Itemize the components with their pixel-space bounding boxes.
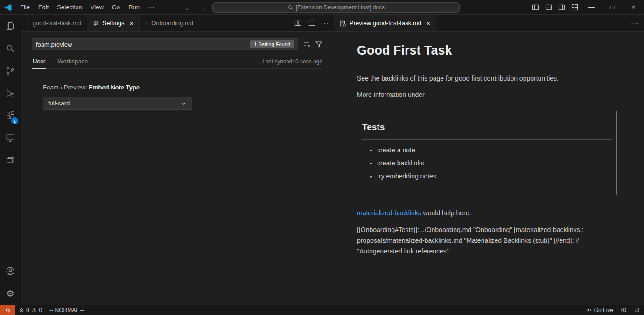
back-arrow-icon[interactable]: ← xyxy=(185,4,192,12)
menu-file[interactable]: File xyxy=(16,0,34,14)
close-tab-icon[interactable]: × xyxy=(427,20,430,27)
markdown-file-icon: ↓ xyxy=(26,20,29,27)
tab-good-first-task[interactable]: ↓ good-first-task.md xyxy=(21,15,87,31)
extensions-badge: 1 xyxy=(11,117,18,124)
link-references-text: [[Onboarding#Tests]]: ../Onboarding.md "… xyxy=(357,225,617,257)
vim-mode-status: -- NORMAL -- xyxy=(46,305,88,315)
forward-arrow-icon[interactable]: → xyxy=(199,4,206,12)
settings-search-value: foam.preview xyxy=(36,41,72,48)
materialized-backlinks-link[interactable]: materialized-backlinks xyxy=(357,209,421,217)
clear-filters-icon[interactable] xyxy=(303,41,310,48)
more-actions-icon[interactable]: ··· xyxy=(631,19,639,27)
menu-run[interactable]: Run xyxy=(124,0,144,14)
toggle-secondary-sidebar-icon[interactable] xyxy=(555,0,568,14)
preview-paragraph: materialized-backlinks would help here. xyxy=(357,208,617,218)
settings-editor: foam.preview 1 Setting Found xyxy=(21,32,334,305)
more-actions-icon[interactable]: ··· xyxy=(321,19,329,27)
chevron-down-icon xyxy=(181,100,187,107)
embedded-note-title: Tests xyxy=(362,113,612,140)
tab-bar-right: Preview good-first-task.md × ··· xyxy=(334,15,644,32)
error-icon: ⊗ xyxy=(19,307,24,314)
settings-sliders-icon xyxy=(93,20,99,27)
list-item: try embedding notes xyxy=(377,171,612,181)
markdown-preview-icon xyxy=(340,20,346,27)
history-nav: ← → xyxy=(185,0,206,15)
search-sidebar-icon[interactable] xyxy=(0,37,21,60)
tab-label: Onboarding.md xyxy=(151,20,193,27)
last-synced-label: Last synced: 0 secs ago xyxy=(262,58,322,68)
link-suffix-text: would help here. xyxy=(421,209,471,217)
preview-paragraph: More information under xyxy=(357,90,617,100)
maximize-button[interactable]: □ xyxy=(602,0,623,14)
tab-onboarding[interactable]: ↓ Onboarding.md xyxy=(140,15,199,31)
tab-label: good-first-task.md xyxy=(33,20,81,27)
tab-bar-actions: ··· xyxy=(293,15,334,31)
remote-explorer-icon[interactable] xyxy=(0,127,21,149)
status-bar: ⊗ 0 ⚠ 0 -- NORMAL -- Go Live xyxy=(0,305,644,315)
embedded-note-list: create a note create backlinks try embed… xyxy=(369,145,612,181)
markdown-file-icon: ↓ xyxy=(145,20,148,27)
editor-group-right: Preview good-first-task.md × ··· Good Fi… xyxy=(334,15,644,305)
settings-search-input[interactable]: foam.preview 1 Setting Found xyxy=(32,38,298,50)
titlebar-right: — □ × xyxy=(529,0,644,14)
accounts-icon[interactable] xyxy=(0,260,21,282)
manage-gear-icon[interactable]: ⚙ xyxy=(0,282,21,305)
go-live-button[interactable]: Go Live xyxy=(582,305,617,315)
menu-edit[interactable]: Edit xyxy=(34,0,53,14)
notifications-bell-icon[interactable] xyxy=(630,305,644,315)
scope-tab-workspace[interactable]: Workspace xyxy=(56,58,89,68)
embed-note-type-select[interactable]: full-card xyxy=(43,97,192,110)
run-debug-icon[interactable] xyxy=(0,82,21,104)
customize-layout-icon[interactable] xyxy=(568,0,581,14)
extensions-icon[interactable]: 1 xyxy=(0,104,21,127)
vscode-logo-icon xyxy=(0,3,16,12)
error-count: 0 xyxy=(26,307,29,314)
list-item: create backlinks xyxy=(377,158,612,168)
setting-name: Embed Note Type xyxy=(89,84,140,91)
tab-bar-actions: ··· xyxy=(631,15,644,31)
settings-search-tools xyxy=(303,41,322,48)
command-center-search[interactable]: [Extension Development Host] docs xyxy=(212,2,460,13)
split-editor-icon[interactable] xyxy=(307,18,317,28)
close-tab-icon[interactable]: × xyxy=(130,20,133,27)
source-control-icon[interactable] xyxy=(0,60,21,82)
menu-go[interactable]: Go xyxy=(108,0,124,14)
menu-view[interactable]: View xyxy=(86,0,108,14)
settings-search-row: foam.preview 1 Setting Found xyxy=(32,38,322,50)
toggle-panel-icon[interactable] xyxy=(542,0,555,14)
setting-category: Foam › Preview: xyxy=(43,84,89,91)
close-window-button[interactable]: × xyxy=(623,0,644,14)
preview-paragraph: See the backlinks of this page for good … xyxy=(357,74,617,83)
setting-item: Foam › Preview: Embed Note Type full-car… xyxy=(43,84,322,110)
tab-label: Preview good-first-task.md xyxy=(350,20,421,27)
settings-found-badge: 1 Setting Found xyxy=(250,40,294,48)
menu-selection[interactable]: Selection xyxy=(53,0,86,14)
broadcast-icon xyxy=(586,307,592,313)
problems-status[interactable]: ⊗ 0 ⚠ 0 xyxy=(15,305,46,315)
workbench: 1 ⚙ ↓ good-first-task.md xyxy=(0,15,644,305)
title-bar: File Edit Selection View Go Run ··· ← → … xyxy=(0,0,644,15)
activity-bar: 1 ⚙ xyxy=(0,15,21,305)
menu-more-icon[interactable]: ··· xyxy=(144,0,158,14)
minimize-button[interactable]: — xyxy=(581,0,602,14)
warning-icon: ⚠ xyxy=(32,307,37,314)
search-icon xyxy=(287,5,293,10)
toggle-sidebar-icon[interactable] xyxy=(529,0,542,14)
tab-label: Settings xyxy=(103,20,125,27)
list-item: create a note xyxy=(377,145,612,155)
windows-panels-icon[interactable] xyxy=(0,149,21,171)
open-changes-icon[interactable] xyxy=(293,18,303,28)
scope-tab-user[interactable]: User xyxy=(32,58,46,69)
tab-preview-good-first-task[interactable]: Preview good-first-task.md × xyxy=(334,15,436,31)
explorer-icon[interactable] xyxy=(0,15,21,37)
embedded-note-card: Tests create a note create backlinks try… xyxy=(357,111,617,196)
remote-indicator[interactable] xyxy=(0,305,15,315)
status-bar-right: Go Live xyxy=(582,305,644,315)
tab-settings[interactable]: Settings × xyxy=(87,15,140,31)
warning-count: 0 xyxy=(39,307,42,314)
filter-funnel-icon[interactable] xyxy=(315,41,322,48)
select-value: full-card xyxy=(48,100,70,107)
tab-bar-left: ↓ good-first-task.md Settings × ↓ Onboar… xyxy=(21,15,334,32)
extension-status-icon[interactable] xyxy=(617,305,630,315)
remote-icon xyxy=(5,307,11,314)
